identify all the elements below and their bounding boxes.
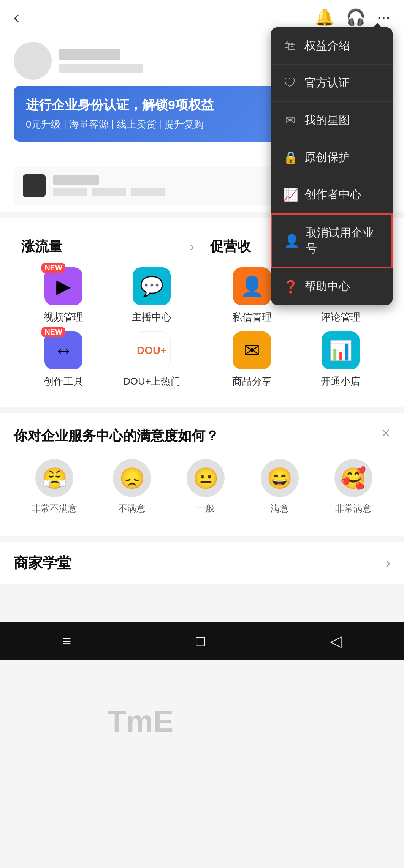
video-new-badge: NEW [41, 263, 65, 273]
video-icon-wrap: ▶ NEW [44, 267, 82, 305]
survey-very-good[interactable]: 🥰 非常满意 [334, 459, 372, 514]
academy-arrow[interactable]: › [386, 555, 390, 571]
traffic-title: 涨流量 [21, 237, 62, 256]
dm-label: 私信管理 [232, 311, 272, 324]
revenue-title: 促营收 [210, 237, 251, 256]
header-icons: 🔔 🎧 ··· [315, 8, 390, 27]
tools-icon-wrap: ↔ NEW [44, 331, 82, 369]
dropdown-help[interactable]: ❓ 帮助中心 [271, 268, 393, 305]
very-good-label: 非常满意 [335, 502, 372, 514]
starmap-icon: ✉ [283, 113, 297, 128]
feature-dou[interactable]: DOU+ DOU+上热门 [109, 331, 194, 388]
profile-name-blur [59, 49, 120, 60]
traffic-arrow[interactable]: › [190, 240, 194, 254]
live-icon: 💬 [133, 267, 171, 305]
very-bad-label: 非常不满意 [32, 502, 77, 514]
nav-home-icon[interactable]: □ [196, 633, 205, 650]
score-label-1 [53, 175, 99, 185]
dropdown-starmap[interactable]: ✉ 我的星图 [271, 102, 393, 139]
original-label: 原创保护 [304, 150, 350, 165]
headset-icon[interactable]: 🎧 [346, 8, 366, 27]
score-label-2 [53, 188, 87, 196]
more-icon[interactable]: ··· [377, 8, 390, 26]
video-label: 视频管理 [44, 311, 83, 324]
dou-icon-wrap: DOU+ [133, 331, 171, 369]
profile-sub-blur [59, 64, 143, 73]
creator-icon: 📈 [283, 188, 297, 202]
feature-live[interactable]: 💬 主播中心 [109, 267, 194, 324]
survey-title: 你对企业服务中心的满意度如何？ [14, 427, 390, 445]
verify-label: 官方认证 [304, 75, 350, 91]
very-bad-icon: 😤 [35, 459, 73, 497]
bottom-nav: ≡ □ ◁ [0, 622, 404, 660]
neutral-label: 一般 [196, 502, 215, 514]
dou-label: DOU+上热门 [123, 375, 181, 388]
very-good-icon: 🥰 [334, 459, 372, 497]
survey-bad[interactable]: 😞 不满意 [113, 459, 151, 514]
feature-tools[interactable]: ↔ NEW 创作工具 [21, 331, 106, 388]
survey-close-button[interactable]: × [382, 425, 390, 442]
benefits-icon: 🛍 [283, 39, 297, 53]
score-label-3 [92, 188, 126, 196]
panel-traffic: 涨流量 › ▶ NEW 视频管理 💬 主播中心 [14, 230, 202, 396]
help-label: 帮助中心 [304, 279, 350, 294]
tools-label: 创作工具 [44, 375, 83, 388]
feature-shop[interactable]: 📊 开通小店 [298, 331, 383, 388]
bell-icon[interactable]: 🔔 [315, 8, 334, 27]
dropdown-menu: 🛍 权益介绍 🛡 官方认证 ✉ 我的星图 🔒 原创保护 📈 创作者中心 👤 取消… [271, 27, 393, 305]
nav-menu-icon[interactable]: ≡ [62, 633, 71, 650]
comment-label: 评论管理 [321, 311, 360, 324]
product-label: 商品分享 [232, 375, 272, 388]
dm-icon: 👤 [233, 267, 271, 305]
cancel-trial-icon: 👤 [284, 234, 298, 248]
feature-video[interactable]: ▶ NEW 视频管理 [21, 267, 106, 324]
score-label-4 [131, 188, 165, 196]
survey-good[interactable]: 😄 满意 [261, 459, 299, 514]
back-button[interactable]: ‹ [14, 8, 19, 27]
survey-neutral[interactable]: 😐 一般 [187, 459, 225, 514]
live-label: 主播中心 [132, 311, 171, 324]
video-icon: ▶ [44, 267, 82, 305]
dropdown-verify[interactable]: 🛡 官方认证 [271, 65, 393, 102]
product-icon-wrap: ✉ [233, 331, 271, 369]
dropdown-benefits[interactable]: 🛍 权益介绍 [271, 27, 393, 65]
dropdown-creator[interactable]: 📈 创作者中心 [271, 176, 393, 213]
bad-label: 不满意 [118, 502, 146, 514]
feature-product[interactable]: ✉ 商品分享 [210, 331, 295, 388]
survey-section: × 你对企业服务中心的满意度如何？ 😤 非常不满意 😞 不满意 😐 一般 😄 满… [0, 413, 404, 536]
tme-watermark: TmE [108, 704, 173, 739]
good-label: 满意 [271, 502, 289, 514]
bad-icon: 😞 [113, 459, 151, 497]
dropdown-original[interactable]: 🔒 原创保护 [271, 139, 393, 176]
score-icon [23, 174, 46, 197]
good-icon: 😄 [261, 459, 299, 497]
survey-very-bad[interactable]: 😤 非常不满意 [32, 459, 77, 514]
dm-icon-wrap: 👤 [233, 267, 271, 305]
shop-icon-wrap: 📊 [322, 331, 360, 369]
dou-icon: DOU+ [133, 331, 171, 369]
avatar [14, 42, 52, 80]
survey-emojis: 😤 非常不满意 😞 不满意 😐 一般 😄 满意 🥰 非常满意 [14, 459, 390, 514]
shop-label: 开通小店 [321, 375, 360, 388]
verify-icon: 🛡 [283, 76, 297, 90]
traffic-items: ▶ NEW 视频管理 💬 主播中心 ↔ NEW 创作工具 [21, 267, 194, 388]
help-icon: ❓ [283, 279, 297, 294]
tools-new-badge: NEW [41, 327, 65, 337]
shop-icon: 📊 [322, 331, 360, 369]
tools-icon: ↔ [44, 331, 82, 369]
creator-label: 创作者中心 [304, 187, 361, 202]
cancel-trial-label: 取消试用企业号 [306, 225, 379, 256]
traffic-header: 涨流量 › [21, 237, 194, 256]
academy-section: 商家学堂 › [0, 542, 404, 584]
live-icon-wrap: 💬 [133, 267, 171, 305]
academy-header: 商家学堂 › [14, 553, 390, 573]
neutral-icon: 😐 [187, 459, 225, 497]
benefits-label: 权益介绍 [304, 38, 350, 54]
dropdown-cancel-trial[interactable]: 👤 取消试用企业号 [271, 213, 393, 268]
product-icon: ✉ [233, 331, 271, 369]
nav-back-icon[interactable]: ◁ [330, 632, 342, 650]
academy-title: 商家学堂 [14, 553, 71, 573]
starmap-label: 我的星图 [304, 112, 350, 128]
original-icon: 🔒 [283, 150, 297, 165]
